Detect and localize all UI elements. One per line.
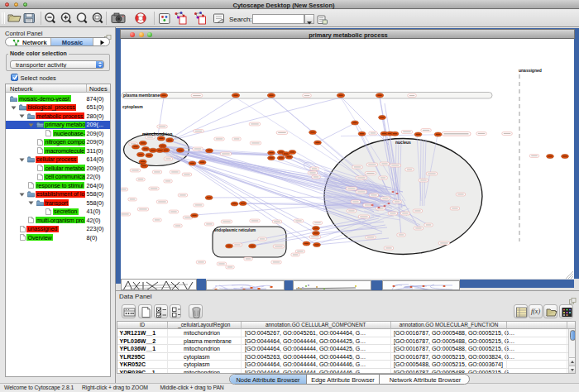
svg-text:endoplasmic reticulum: endoplasmic reticulum [214, 228, 256, 232]
svg-text:plasma membrane: plasma membrane [123, 93, 160, 98]
svg-text:mitochondrion: mitochondrion [142, 131, 172, 136]
svg-text:nucleus: nucleus [395, 140, 411, 145]
svg-text:unassigned: unassigned [519, 68, 542, 73]
svg-text:cytoplasm: cytoplasm [122, 104, 143, 109]
